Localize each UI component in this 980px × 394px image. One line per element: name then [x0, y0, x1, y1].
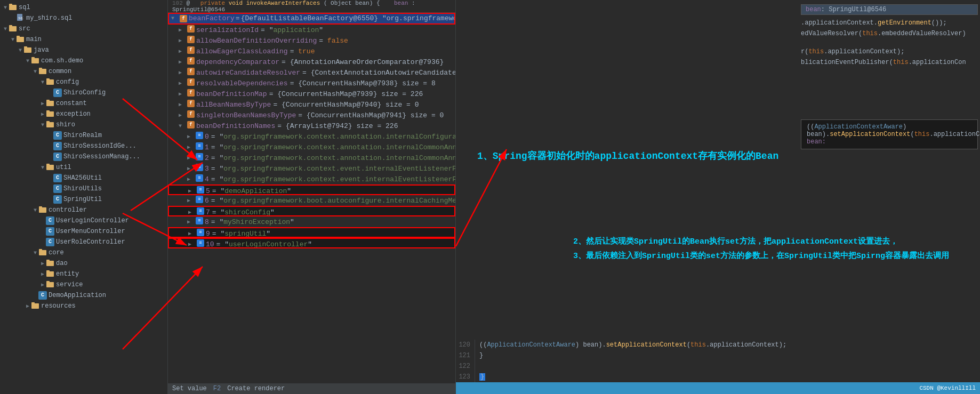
tree-item-util[interactable]: ▼util — [0, 162, 167, 173]
expand-icon[interactable]: ▼ — [179, 121, 187, 131]
svg-rect-20 — [46, 122, 54, 127]
debug-row-item1[interactable]: ▶≡1= "org.springframework.context.annota… — [168, 142, 455, 152]
expand-icon[interactable]: ▶ — [188, 239, 197, 248]
debug-row-item9[interactable]: ▶≡9= "springUtil" — [168, 227, 455, 238]
tree-item-ShiroConfig[interactable]: CShiroConfig — [0, 87, 167, 98]
tree-item-src[interactable]: ▼src — [0, 23, 167, 34]
debug-row-autowireCandidateResolver[interactable]: ▶fautowireCandidateResolver= {ContextAnn… — [168, 67, 455, 78]
tree-item-constant[interactable]: ▶constant — [0, 98, 167, 109]
debug-row-item10[interactable]: ▶≡10= "userLoginController" — [168, 238, 455, 248]
tree-item-UserLoginController[interactable]: CUserLoginController — [0, 215, 167, 226]
debug-row-allBeanNamesByType[interactable]: ▶fallBeanNamesByType= {ConcurrentHashMap… — [168, 99, 455, 110]
tree-item-DemoApplication[interactable]: CDemoApplication — [0, 290, 167, 301]
tree-item-UserRoleController[interactable]: CUserRoleController — [0, 237, 167, 247]
tree-label-sql: sql — [19, 4, 30, 11]
debug-scroll-area[interactable]: ▶fserializationId= "application"▶fallowB… — [168, 25, 455, 383]
var-name: resolvableDependencies — [196, 78, 288, 89]
set-value-btn[interactable]: Set value — [172, 385, 207, 392]
expand-icon[interactable]: ▶ — [179, 36, 187, 46]
expand-icon[interactable]: ▶ — [179, 68, 187, 78]
var-name: 7 — [206, 207, 210, 216]
tree-item-entity[interactable]: ▶entity — [0, 269, 167, 279]
expand-icon[interactable]: ▶ — [187, 164, 196, 174]
tree-item-config[interactable]: ▼config — [0, 77, 167, 87]
debug-row-item4[interactable]: ▶≡4= "org.springframework.context.event.… — [168, 174, 455, 184]
tree-label-SpringUtil: SpringUtil — [63, 196, 102, 203]
debug-expand-icon[interactable]: ▼ — [171, 13, 180, 24]
tree-item-sql[interactable]: ▼sql — [0, 2, 167, 13]
expand-icon[interactable]: ▶ — [179, 46, 187, 57]
field-type-icon: f — [187, 100, 195, 107]
debug-row-beanDefinitionMap[interactable]: ▶fbeanDefinitionMap= {ConcurrentHashMap@… — [168, 89, 455, 99]
step3-text: 3、最后依赖注入到SpringUtil类的set方法的参数上，在SpringUt… — [573, 252, 949, 261]
svg-rect-8 — [24, 47, 31, 53]
var-value: = {ArrayList@7942} size = 226 — [277, 121, 398, 131]
tree-item-main[interactable]: ▼main — [0, 34, 167, 45]
tree-item-ShiroUtils[interactable]: CShiroUtils — [0, 183, 167, 194]
var-name: 9 — [206, 229, 210, 238]
field-icon: f — [180, 15, 187, 22]
expand-icon[interactable]: ▶ — [179, 110, 187, 120]
tree-item-resources[interactable]: ▶resources — [0, 301, 167, 311]
debug-row-item3[interactable]: ▶≡3= "org.springframework.context.event.… — [168, 163, 455, 174]
debug-row-item8[interactable]: ▶≡8= "myShiroException" — [168, 216, 455, 227]
debug-row-item0[interactable]: ▶≡0= "org.springframework.context.annota… — [168, 131, 455, 142]
expand-icon[interactable]: ▶ — [187, 217, 196, 227]
expand-icon[interactable]: ▶ — [179, 78, 187, 89]
expand-icon[interactable]: ▶ — [188, 186, 197, 195]
tree-item-common[interactable]: ▼common — [0, 66, 167, 77]
tree-item-SpringUtil[interactable]: CSpringUtil — [0, 194, 167, 205]
debug-row-allowEagerClassLoading[interactable]: ▶fallowEagerClassLoading= true — [168, 46, 455, 57]
var-value: = "springUtil" — [212, 229, 270, 238]
expand-icon[interactable]: ▶ — [179, 57, 187, 67]
debug-row-item5[interactable]: ▶≡5= "demoApplication" — [168, 184, 455, 195]
expand-icon[interactable]: ▶ — [188, 207, 197, 216]
svg-rect-9 — [24, 46, 27, 48]
debug-row-serializationId[interactable]: ▶fserializationId= "application" — [168, 25, 455, 35]
tree-item-service[interactable]: ▶service — [0, 279, 167, 290]
tree-item-exception[interactable]: ▶exception — [0, 109, 167, 119]
expand-icon[interactable]: ▶ — [187, 174, 196, 184]
tree-item-ShiroRealm[interactable]: CShiroRealm — [0, 130, 167, 141]
expand-icon[interactable]: ▶ — [179, 100, 187, 110]
create-renderer-btn[interactable]: Create renderer — [227, 385, 285, 392]
debug-row-singletonBeanNamesByType[interactable]: ▶fsingletonBeanNamesByType= {ConcurrentH… — [168, 110, 455, 120]
expand-icon[interactable]: ▶ — [187, 132, 196, 142]
debug-row-dependencyComparator[interactable]: ▶fdependencyComparator= {AnnotationAware… — [168, 57, 455, 67]
svg-rect-28 — [46, 261, 54, 266]
tree-item-dao[interactable]: ▶dao — [0, 258, 167, 269]
tree-label-config: config — [56, 78, 79, 86]
tree-item-core[interactable]: ▼core — [0, 247, 167, 258]
tree-item-my_shiro_sql[interactable]: sqlmy_shiro.sql — [0, 13, 167, 23]
debug-row-item7[interactable]: ▶≡7= "shiroConfig" — [168, 206, 455, 216]
debug-row-beanDefinitionNames[interactable]: ▼fbeanDefinitionNames= {ArrayList@7942} … — [168, 120, 455, 131]
expand-icon[interactable]: ▶ — [187, 142, 196, 152]
tree-icon-folder — [9, 25, 17, 33]
tree-item-ShiroSessionIdGen[interactable]: CShiroSessionIdGe... — [0, 141, 167, 151]
expand-icon[interactable]: ▶ — [187, 196, 196, 206]
debug-row-allowBeanDefinitionOverriding[interactable]: ▶fallowBeanDefinitionOverriding= false — [168, 35, 455, 46]
expand-icon[interactable]: ▶ — [179, 89, 187, 99]
tree-label-SHA256Util: SHA256Util — [63, 174, 102, 182]
debug-row-resolvableDependencies[interactable]: ▶fresolvableDependencies= {ConcurrentHas… — [168, 78, 455, 89]
tree-item-com_sh_demo[interactable]: ▼com.sh.demo — [0, 55, 167, 66]
tree-item-shiro[interactable]: ▼shiro — [0, 119, 167, 130]
tree-item-ShiroSessionManag[interactable]: CShiroSessionManag... — [0, 151, 167, 162]
expand-icon[interactable]: ▶ — [187, 153, 196, 163]
code-area[interactable]: 1、Spring容器初始化时的applicationContext存有实例化的B… — [456, 0, 980, 394]
tree-label-common: common — [49, 68, 71, 75]
svg-text:sql: sql — [18, 16, 23, 20]
expand-icon[interactable]: ▶ — [188, 229, 197, 238]
expand-icon[interactable]: ▶ — [179, 25, 187, 35]
debug-row-item2[interactable]: ▶≡2= "org.springframework.context.annota… — [168, 152, 455, 163]
tree-label-UserMenuController: UserMenuController — [56, 228, 125, 235]
tree-label-ShiroSessionManag: ShiroSessionManag... — [63, 153, 140, 160]
debug-row-item6[interactable]: ▶≡6= "org.springframework.boot.autoconfi… — [168, 195, 455, 206]
line-content-123: } — [475, 372, 485, 382]
tree-item-UserMenuController[interactable]: CUserMenuController — [0, 226, 167, 237]
debug-row-beanfactory[interactable]: ▼ f beanFactory = {DefaultListableBeanFa… — [168, 13, 455, 25]
tree-arrow-icon: ▶ — [39, 111, 46, 117]
tree-item-java[interactable]: ▼java — [0, 45, 167, 55]
tree-item-SHA256Util[interactable]: CSHA256Util — [0, 173, 167, 183]
tree-item-controller[interactable]: ▼controller — [0, 205, 167, 215]
